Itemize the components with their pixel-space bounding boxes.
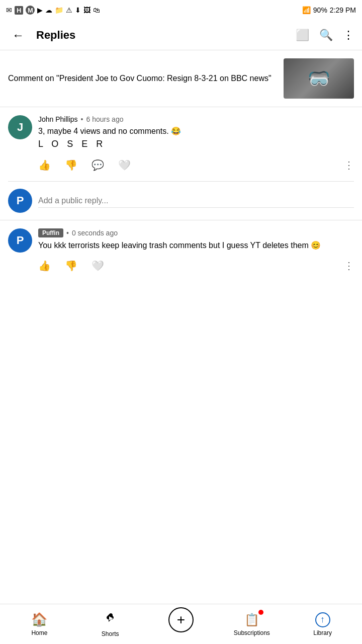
comment-author: John Phillips	[38, 115, 78, 123]
thumbs-up-button-2[interactable]: 👍	[38, 260, 51, 272]
reply-avatar: P	[8, 189, 32, 213]
nav-item-shorts[interactable]: Shorts	[75, 611, 146, 637]
comment-text-2: You kkk terrorists keep leaving trash co…	[38, 239, 354, 252]
comment-timestamp-2: 0 seconds ago	[72, 229, 118, 237]
status-left: ✉ H M ▶ ☁ 📁 ⚠ ⬇ 🖼 🛍	[6, 6, 100, 15]
plus-icon: +	[177, 613, 185, 627]
comment-item: J John Phillips • 6 hours ago 3, maybe 4…	[0, 107, 362, 179]
comment-actions: 👍 👎 💬 🤍 ⋮	[38, 155, 354, 179]
shorts-label: Shorts	[102, 630, 119, 637]
library-label: Library	[313, 629, 332, 636]
app-icon-2: M	[26, 6, 35, 15]
library-icon: ↑	[315, 612, 330, 627]
comment-separator-2: •	[66, 229, 69, 237]
reply-input-row: P	[0, 182, 362, 220]
comment-text-line2: L O S E R	[38, 139, 106, 149]
top-bar-actions: ⬜ 🔍 ⋮	[296, 29, 354, 42]
nav-item-add[interactable]: +	[146, 607, 217, 641]
home-label: Home	[31, 629, 47, 636]
subscriptions-badge	[258, 610, 263, 615]
youtube-icon: ▶	[37, 6, 43, 14]
wifi-icon: 📶	[302, 6, 311, 14]
status-bar: ✉ H M ▶ ☁ 📁 ⚠ ⬇ 🖼 🛍 📶 90% 2:29 PM	[0, 0, 362, 20]
comment-separator: •	[81, 115, 83, 123]
comments-area: J John Phillips • 6 hours ago 3, maybe 4…	[0, 107, 362, 604]
comment-body-2: Puffin • 0 seconds ago You kkk terrorist…	[38, 228, 354, 280]
more-options-button-2[interactable]: ⋮	[344, 260, 354, 272]
nav-item-subscriptions[interactable]: 📋 Subscriptions	[216, 612, 287, 636]
thumbs-up-button[interactable]: 👍	[38, 159, 51, 171]
app-icon-1: H	[15, 6, 23, 15]
search-icon[interactable]: 🔍	[319, 29, 333, 42]
avatar: J	[8, 115, 32, 139]
gallery-icon: 🖼	[83, 6, 90, 14]
library-circle: ↑	[315, 612, 330, 627]
add-button[interactable]: +	[168, 607, 194, 632]
reply-input[interactable]	[38, 194, 354, 208]
home-icon: 🏠	[31, 612, 47, 627]
notification-icon: ✉	[6, 6, 12, 14]
comment-timestamp: 6 hours ago	[86, 115, 124, 123]
bag-icon: 🛍	[93, 6, 100, 14]
more-options-button[interactable]: ⋮	[344, 159, 354, 171]
download-icon: ⬇	[75, 6, 81, 14]
author-badge: Puffin	[38, 228, 63, 237]
comment-text-line1: 3, maybe 4 views and no comments. 😂	[38, 127, 181, 135]
subscriptions-icon: 📋	[244, 612, 259, 627]
page-title: Replies	[36, 29, 290, 42]
warning-icon: ⚠	[66, 6, 72, 14]
back-button[interactable]: ←	[8, 24, 28, 46]
comment-meta: John Phillips • 6 hours ago	[38, 115, 354, 123]
avatar-2: P	[8, 228, 32, 253]
add-label	[180, 634, 182, 641]
top-bar: ← Replies ⬜ 🔍 ⋮	[0, 20, 362, 50]
comment-text: 3, maybe 4 views and no comments. 😂 L O …	[38, 125, 354, 151]
video-thumbnail[interactable]	[284, 58, 354, 99]
nav-item-home[interactable]: 🏠 Home	[4, 612, 75, 636]
more-options-icon[interactable]: ⋮	[343, 29, 354, 42]
subscriptions-label: Subscriptions	[234, 629, 270, 636]
thumbs-down-button[interactable]: 👎	[65, 159, 77, 171]
comment-header-text: Comment on "President Joe to Gov Cuomo: …	[8, 73, 278, 84]
comment-body: John Phillips • 6 hours ago 3, maybe 4 v…	[38, 115, 354, 179]
comment-item-2: P Puffin • 0 seconds ago You kkk terrori…	[0, 220, 362, 280]
comment-meta-2: Puffin • 0 seconds ago	[38, 228, 354, 237]
cast-icon[interactable]: ⬜	[296, 29, 309, 42]
shorts-icon	[103, 611, 117, 628]
heart-button-2[interactable]: 🤍	[92, 260, 104, 272]
bottom-nav: 🏠 Home Shorts + 📋 Subscriptions ↑ Librar…	[0, 604, 362, 644]
folder-icon: 📁	[55, 6, 63, 14]
reply-button[interactable]: 💬	[92, 159, 104, 171]
comment-actions-2: 👍 👎 🤍 ⋮	[38, 256, 354, 280]
thumbs-down-button-2[interactable]: 👎	[65, 260, 77, 272]
status-right: 📶 90% 2:29 PM	[302, 6, 356, 14]
heart-button[interactable]: 🤍	[118, 159, 131, 171]
battery-text: 90%	[313, 6, 327, 14]
comment-header: Comment on "President Joe to Gov Cuomo: …	[0, 50, 362, 107]
thumbnail-image	[284, 58, 354, 99]
time-text: 2:29 PM	[330, 6, 356, 14]
cloud-icon: ☁	[45, 6, 52, 14]
nav-item-library[interactable]: ↑ Library	[287, 612, 358, 636]
